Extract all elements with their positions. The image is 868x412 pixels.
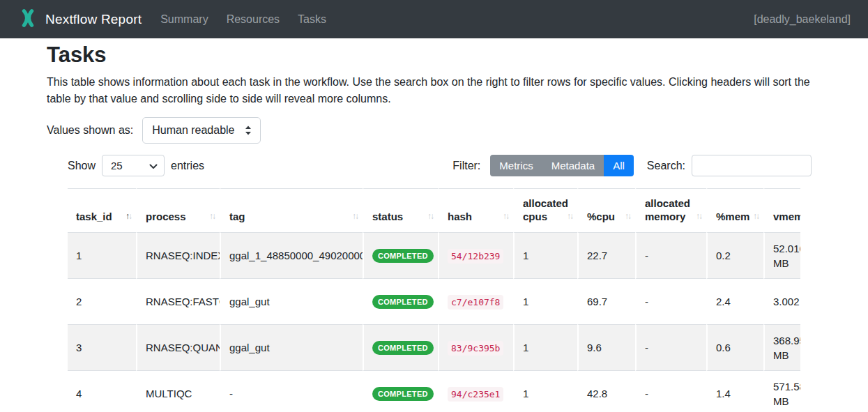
column-header-mem[interactable]: %mem↑↓ bbox=[706, 188, 763, 232]
cell-hash: c7/e107f8 bbox=[438, 278, 513, 324]
cell-allocated-memory: - bbox=[635, 232, 706, 278]
column-header-allocated-memory[interactable]: allocated memory↑↓ bbox=[635, 188, 706, 232]
sort-icon: ↑↓ bbox=[352, 210, 358, 223]
column-label: %cpu bbox=[587, 211, 615, 222]
cell-task-id: 2 bbox=[68, 278, 136, 324]
tasks-table: task_id↑↓process↑↓tag↑↓status↑↓hash↑↓all… bbox=[68, 188, 800, 412]
filter-search-controls: Filter: MetricsMetadataAll Search: bbox=[452, 155, 812, 176]
table-row: 1RNASEQ:INDEXggal_1_48850000_49020000COM… bbox=[68, 232, 800, 278]
table-row: 3RNASEQ:QUANTggal_gutCOMPLETED83/9c395b1… bbox=[68, 324, 800, 370]
column-header-hash[interactable]: hash↑↓ bbox=[438, 188, 513, 232]
cell-status: COMPLETED bbox=[363, 232, 438, 278]
column-header-vmem[interactable]: vmem↑↓ bbox=[763, 188, 800, 232]
table-row: 2RNASEQ:FASTQCggal_gutCOMPLETEDc7/e107f8… bbox=[68, 278, 800, 324]
cell-process: MULTIQC bbox=[136, 370, 220, 412]
hash-code: 94/c235e1 bbox=[448, 387, 503, 402]
nav-link-resources[interactable]: Resources bbox=[218, 13, 289, 26]
column-label: %mem bbox=[716, 211, 749, 222]
cell-hash: 54/12b239 bbox=[438, 232, 513, 278]
cell-pct-mem: 0.2 bbox=[706, 232, 763, 278]
cell-vmem: 368.95 MB bbox=[763, 324, 800, 370]
column-label: tag bbox=[229, 211, 245, 222]
sort-icon: ↑↓ bbox=[696, 210, 701, 223]
nav-link-tasks[interactable]: Tasks bbox=[289, 13, 335, 26]
page-length-value: 25 bbox=[111, 160, 123, 171]
chevron-down-icon bbox=[149, 160, 158, 171]
cell-allocated-memory: - bbox=[635, 370, 706, 412]
cell-allocated-cpus: 1 bbox=[513, 370, 577, 412]
status-badge: COMPLETED bbox=[372, 249, 434, 263]
cell-status: COMPLETED bbox=[363, 278, 438, 324]
sort-icon: ↑↓ bbox=[209, 210, 215, 223]
navbar-brand[interactable]: Nextflow Report bbox=[17, 8, 142, 31]
column-header-tag[interactable]: tag↑↓ bbox=[220, 188, 363, 232]
values-shown-select[interactable]: Human readable bbox=[142, 117, 260, 144]
page-length-select[interactable]: 25 bbox=[102, 155, 165, 176]
column-header-task-id[interactable]: task_id↑↓ bbox=[68, 188, 136, 232]
cell-allocated-cpus: 1 bbox=[513, 324, 577, 370]
page-length-control: Show 25 entries bbox=[68, 155, 204, 176]
run-name: [deadly_baekeland] bbox=[754, 13, 851, 26]
filter-button-metadata[interactable]: Metadata bbox=[542, 155, 604, 176]
hash-code: 83/9c395b bbox=[448, 341, 503, 356]
status-badge: COMPLETED bbox=[372, 341, 434, 355]
search-label: Search: bbox=[647, 160, 685, 172]
sort-icon: ↑↓ bbox=[125, 210, 131, 223]
filter-button-group: MetricsMetadataAll bbox=[490, 155, 634, 176]
search-input[interactable] bbox=[692, 155, 812, 176]
cell-vmem: 52.016 MB bbox=[763, 232, 800, 278]
cell-task-id: 3 bbox=[68, 324, 136, 370]
cell-tag: - bbox=[220, 370, 363, 412]
column-header-allocated-cpus[interactable]: allocated cpus↑↓ bbox=[513, 188, 577, 232]
cell-status: COMPLETED bbox=[363, 324, 438, 370]
datatable-wrapper: Show 25 entries Filter: MetricsMetadataA… bbox=[68, 155, 812, 412]
page-title: Tasks bbox=[47, 44, 821, 66]
values-shown-label: Values shown as: bbox=[47, 124, 133, 137]
hash-code: 54/12b239 bbox=[448, 249, 503, 264]
cell-process: RNASEQ:QUANT bbox=[136, 324, 220, 370]
column-label: status bbox=[372, 211, 403, 222]
column-label: allocated memory bbox=[645, 197, 690, 222]
column-label: task_id bbox=[76, 211, 112, 222]
sort-icon: ↑↓ bbox=[503, 210, 508, 223]
cell-pct-mem: 1.4 bbox=[706, 370, 763, 412]
column-header-cpu[interactable]: %cpu↑↓ bbox=[577, 188, 635, 232]
column-header-status[interactable]: status↑↓ bbox=[363, 188, 438, 232]
column-label: process bbox=[146, 211, 186, 222]
navbar-links: SummaryResourcesTasks bbox=[151, 13, 335, 26]
brand-title: Nextflow Report bbox=[45, 12, 142, 27]
cell-process: RNASEQ:FASTQC bbox=[136, 278, 220, 324]
filter-label: Filter: bbox=[452, 160, 480, 172]
table-row: 4MULTIQC-COMPLETED94/c235e1142.8-1.4571.… bbox=[68, 370, 800, 412]
cell-vmem: 571.58 MB bbox=[763, 370, 800, 412]
cell-hash: 83/9c395b bbox=[438, 324, 513, 370]
status-badge: COMPLETED bbox=[372, 387, 434, 401]
navbar: Nextflow Report SummaryResourcesTasks [d… bbox=[0, 0, 868, 38]
status-badge: COMPLETED bbox=[372, 295, 434, 309]
column-header-process[interactable]: process↑↓ bbox=[136, 188, 220, 232]
cell-status: COMPLETED bbox=[363, 370, 438, 412]
column-label: vmem bbox=[773, 211, 800, 222]
filter-button-all[interactable]: All bbox=[604, 155, 634, 176]
cell-tag: ggal_1_48850000_49020000 bbox=[220, 232, 363, 278]
cell-pct-cpu: 9.6 bbox=[577, 324, 635, 370]
cell-vmem: 3.002 bbox=[763, 278, 800, 324]
filter-button-metrics[interactable]: Metrics bbox=[490, 155, 542, 176]
nav-link-summary[interactable]: Summary bbox=[151, 13, 217, 26]
page-description: This table shows information about each … bbox=[47, 74, 815, 107]
cell-allocated-cpus: 1 bbox=[513, 278, 577, 324]
cell-allocated-memory: - bbox=[635, 324, 706, 370]
main-content: Tasks This table shows information about… bbox=[0, 44, 868, 412]
cell-tag: ggal_gut bbox=[220, 324, 363, 370]
show-label: Show bbox=[68, 160, 96, 172]
cell-allocated-memory: - bbox=[635, 278, 706, 324]
cell-pct-cpu: 42.8 bbox=[577, 370, 635, 412]
cell-pct-cpu: 69.7 bbox=[577, 278, 635, 324]
cell-tag: ggal_gut bbox=[220, 278, 363, 324]
cell-task-id: 1 bbox=[68, 232, 136, 278]
table-controls: Show 25 entries Filter: MetricsMetadataA… bbox=[68, 155, 812, 176]
values-shown-selected-option: Human readable bbox=[152, 124, 234, 137]
sort-icon: ↑↓ bbox=[427, 210, 433, 223]
cell-task-id: 4 bbox=[68, 370, 136, 412]
column-label: allocated cpus bbox=[523, 197, 568, 222]
